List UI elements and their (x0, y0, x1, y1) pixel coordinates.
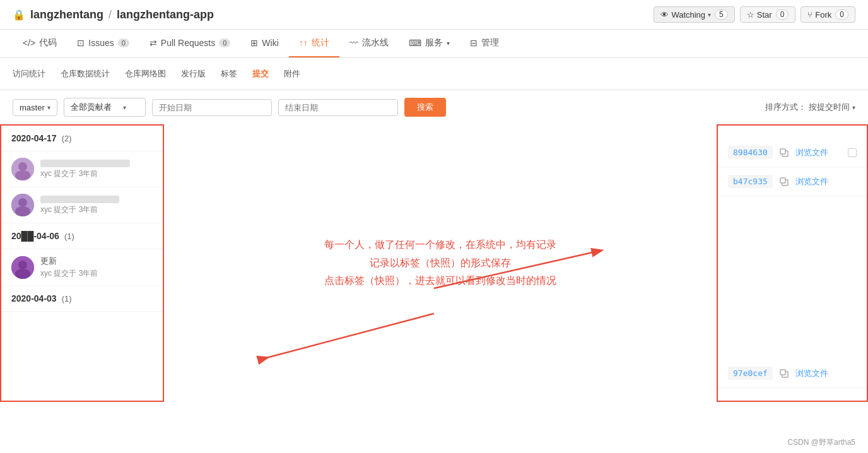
contributor-select[interactable]: 全部贡献者 ▾ (64, 98, 146, 117)
tab-pullrequests[interactable]: ⇄ Pull Requests 0 (139, 30, 241, 57)
commit-date-header-1: 2020-04-17 (2) (11, 133, 153, 143)
avatar-1 (11, 158, 34, 180)
tab-services[interactable]: ⌨ 服务 ▾ (399, 30, 460, 57)
copy-icon-1[interactable] (778, 146, 790, 159)
svg-point-1 (18, 162, 27, 171)
services-chevron: ▾ (447, 40, 450, 47)
subnav-commits[interactable]: 提交 (252, 66, 269, 82)
svg-line-10 (267, 314, 434, 358)
nav-tabs: </> 代码 ⊡ Issues 0 ⇄ Pull Requests 0 ⊞ Wi… (0, 30, 868, 58)
hash-item-3: 97e0cef 浏览文件 (718, 359, 867, 388)
subnav-repo-data[interactable]: 仓库数据统计 (61, 66, 110, 82)
tab-manage[interactable]: ⊟ 管理 (460, 30, 509, 57)
svg-rect-16 (780, 178, 785, 183)
star-label: Star (757, 10, 772, 20)
hash-code-3[interactable]: 97e0cef (728, 367, 773, 380)
svg-point-4 (18, 198, 27, 207)
subnav-tags[interactable]: 标签 (221, 66, 237, 82)
avatar-2 (11, 194, 34, 216)
fork-icon: ⑂ (807, 10, 812, 20)
branch-chevron: ▾ (47, 104, 50, 111)
avatar-3 (11, 256, 34, 279)
hash-code-2[interactable]: b47c935 (728, 175, 773, 188)
commit-date-2: 20██-04-06 (11, 231, 59, 241)
tab-code[interactable]: </> 代码 (13, 30, 67, 57)
svg-rect-18 (780, 370, 785, 375)
hash-checkbox-1[interactable] (848, 148, 857, 157)
commit-date-header-3: 2020-04-03 (1) (11, 293, 153, 303)
branch-select[interactable]: master ▾ (13, 99, 57, 116)
commit-item-1: xyc 提交于 3年前 (1, 151, 163, 187)
commit-date-header-2: 20██-04-06 (1) (11, 231, 153, 241)
sort-label-text: 排序方式： (765, 102, 806, 113)
commit-count-3: (1) (62, 294, 72, 303)
wiki-icon: ⊞ (250, 38, 258, 48)
sort-value: 按提交时间 (809, 102, 850, 113)
browse-btn-1[interactable]: 浏览文件 (795, 147, 828, 158)
watching-label: Watching (671, 10, 705, 20)
tab-wiki-label: Wiki (262, 38, 278, 48)
commit-hash-list: 8984630 浏览文件 b47c935 浏览文件 97e0cef 浏览文件 (717, 124, 868, 402)
services-icon: ⌨ (409, 38, 421, 48)
pipeline-icon: 〰 (349, 38, 358, 48)
repo-owner[interactable]: langzhentang (30, 8, 103, 21)
tab-pipeline-label: 流水线 (362, 37, 389, 49)
tab-wiki[interactable]: ⊞ Wiki (240, 30, 288, 57)
commit-date-group-3: 2020-04-03 (1) (1, 286, 163, 312)
hash-code-1[interactable]: 8984630 (728, 146, 773, 159)
subnav-release[interactable]: 发行版 (181, 66, 206, 82)
commit-msg-3-text: 更新 (40, 256, 153, 267)
commit-list: 2020-04-17 (2) xyc 提交于 3年前 xyc 提交于 3年前 (0, 124, 164, 402)
commit-info-3: 更新 xyc 提交于 3年前 (40, 256, 153, 279)
fork-label: Fork (815, 10, 831, 20)
pr-badge: 0 (219, 38, 230, 47)
tab-services-label: 服务 (425, 37, 443, 49)
annotation-line2: 记录以标签（快照）的形式保存 (324, 254, 556, 273)
search-button[interactable]: 搜索 (404, 98, 446, 117)
commit-date-group-1: 2020-04-17 (2) (1, 126, 163, 151)
end-date-input[interactable] (278, 99, 398, 116)
chevron-down-icon: ▾ (708, 11, 711, 18)
repo-name[interactable]: langzhentang-app (117, 8, 214, 21)
sub-nav: 访问统计 仓库数据统计 仓库网络图 发行版 标签 提交 附件 (0, 58, 868, 90)
tab-manage-label: 管理 (481, 37, 499, 49)
sort-label: 排序方式： 按提交时间 ▾ (765, 102, 855, 113)
commit-msg-2 (40, 196, 119, 203)
code-icon: </> (23, 38, 35, 48)
subnav-network[interactable]: 仓库网络图 (125, 66, 166, 82)
repo-title: 🔒 langzhentang / langzhentang-app (13, 8, 214, 21)
hash-spacer (718, 196, 867, 359)
eye-icon: 👁 (660, 10, 669, 20)
commit-meta-3: xyc 提交于 3年前 (40, 268, 153, 279)
tab-issues[interactable]: ⊡ Issues 0 (67, 30, 139, 57)
star-count: 0 (776, 9, 789, 20)
fork-button[interactable]: ⑂ Fork 0 (801, 6, 855, 23)
issues-icon: ⊡ (77, 38, 85, 48)
star-icon: ☆ (747, 10, 754, 20)
sort-chevron: ▾ (852, 104, 855, 111)
issues-badge: 0 (118, 38, 129, 47)
copy-icon-2[interactable] (778, 175, 790, 188)
hash-item-1: 8984630 浏览文件 (718, 138, 867, 167)
commit-info-2: xyc 提交于 3年前 (40, 196, 153, 215)
separator: / (108, 8, 112, 21)
copy-icon-3[interactable] (778, 367, 790, 380)
tab-stats[interactable]: ↑↑ 统计 (289, 30, 339, 57)
start-date-input[interactable] (152, 99, 272, 116)
annotation-area: 每一个人，做了任何一个修改，在系统中，均有记录 记录以标签（快照）的形式保存 点… (164, 124, 717, 402)
browse-btn-2[interactable]: 浏览文件 (795, 176, 828, 187)
contributor-label: 全部贡献者 (71, 102, 112, 113)
tab-pipeline[interactable]: 〰 流水线 (339, 30, 399, 57)
subnav-visit-stats[interactable]: 访问统计 (13, 66, 45, 82)
filter-bar: master ▾ 全部贡献者 ▾ 搜索 排序方式： 按提交时间 ▾ (0, 90, 868, 124)
commit-item-2: xyc 提交于 3年前 (1, 187, 163, 223)
annotation-text: 每一个人，做了任何一个修改，在系统中，均有记录 记录以标签（快照）的形式保存 点… (324, 236, 556, 290)
browse-btn-3[interactable]: 浏览文件 (795, 368, 828, 379)
subnav-attachments[interactable]: 附件 (284, 66, 300, 82)
fork-count: 0 (835, 9, 848, 20)
lock-icon: 🔒 (13, 9, 25, 21)
commit-item-3: 更新 xyc 提交于 3年前 (1, 249, 163, 286)
header-actions: 👁 Watching ▾ 5 ☆ Star 0 ⑂ Fork 0 (654, 6, 855, 23)
watching-button[interactable]: 👁 Watching ▾ 5 (654, 6, 734, 23)
star-button[interactable]: ☆ Star 0 (740, 6, 796, 23)
